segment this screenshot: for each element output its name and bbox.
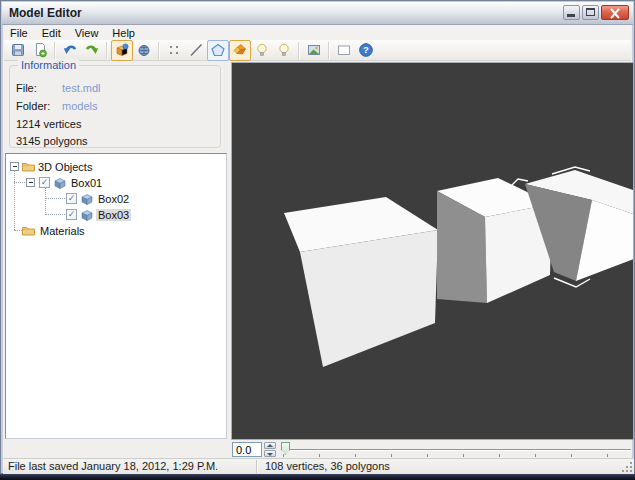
app-window: Model Editor File Edit View Help (0, 0, 635, 474)
new-document-icon (32, 42, 48, 58)
collapse-icon[interactable] (26, 178, 35, 187)
add-box-icon (114, 42, 130, 58)
value-spinner-input[interactable] (232, 442, 262, 457)
tree-row-box03[interactable]: ✓ Box03 (6, 207, 226, 222)
titlebar-buttons (563, 5, 629, 20)
file-label: File: (16, 82, 37, 94)
screen: Model Editor File Edit View Help (0, 0, 635, 480)
window-title: Model Editor (9, 6, 82, 20)
status-mesh-stats: 108 vertices, 36 polygons (265, 460, 390, 472)
flashlight-button[interactable] (229, 40, 251, 61)
maximize-button[interactable] (582, 5, 599, 20)
polygon-tool-button[interactable] (207, 40, 229, 61)
toolbar-separator (298, 42, 300, 59)
viewport-controls (231, 440, 634, 458)
viewport-3d[interactable] (231, 62, 634, 440)
render-image-icon (306, 42, 322, 58)
blank-material-button[interactable] (333, 40, 355, 61)
menu-view[interactable]: View (69, 26, 107, 40)
vertex-grid-icon (166, 42, 182, 58)
status-pane-divider (256, 460, 257, 473)
menu-help[interactable]: Help (106, 26, 143, 40)
tree-label-selected[interactable]: Box03 (96, 209, 131, 221)
close-icon (602, 7, 628, 20)
tree-row-box01[interactable]: ✓ Box01 (6, 175, 226, 190)
taskbar-edge (0, 474, 635, 480)
menubar: File Edit View Help (4, 25, 631, 40)
minimize-button[interactable] (563, 5, 580, 20)
slider-track (281, 449, 631, 450)
redo-icon (84, 42, 100, 58)
polygons-count: 3145 polygons (16, 135, 88, 147)
undo-icon (62, 42, 78, 58)
mesh-object-button[interactable] (133, 40, 155, 61)
maximize-icon (586, 8, 595, 16)
blank-material-icon (336, 42, 352, 58)
tree-label[interactable]: Box01 (69, 177, 104, 189)
undo-button[interactable] (59, 40, 81, 61)
statusbar: File last saved January 18, 2012, 1:29 P… (3, 458, 634, 474)
viewport-canvas (232, 63, 633, 439)
value-slider[interactable] (279, 440, 632, 458)
information-groupbox: Information File: test.mdl Folder: model… (9, 65, 221, 148)
cube-icon (54, 177, 66, 189)
tree-row-materials[interactable]: Materials (6, 223, 226, 238)
vertex-grid-button[interactable] (163, 40, 185, 61)
spin-up-button[interactable] (264, 442, 276, 449)
checkbox-box03[interactable]: ✓ (66, 209, 77, 220)
menu-edit[interactable]: Edit (36, 26, 69, 40)
titlebar: Model Editor (2, 2, 633, 25)
mesh-object-icon (136, 42, 152, 58)
add-box-button[interactable] (111, 40, 133, 61)
tree-row-3d-objects[interactable]: 3D Objects (6, 159, 226, 174)
save-icon (10, 42, 26, 58)
file-value-link[interactable]: test.mdl (62, 82, 101, 94)
spin-down-button[interactable] (264, 450, 276, 457)
light-bulb-icon (276, 42, 292, 58)
minimize-icon (567, 14, 575, 17)
help-button[interactable]: ? (355, 40, 377, 61)
resize-grip[interactable] (621, 461, 633, 473)
line-tool-button[interactable] (185, 40, 207, 61)
light-1-button[interactable] (251, 40, 273, 61)
toolbar-separator (54, 42, 56, 59)
toolbar-separator (328, 42, 330, 59)
tree-row-box02[interactable]: ✓ Box02 (6, 191, 226, 206)
save-button[interactable] (7, 40, 29, 61)
tree-label[interactable]: Materials (38, 225, 87, 237)
tree-label[interactable]: 3D Objects (36, 161, 94, 173)
folder-value-link[interactable]: models (62, 100, 97, 112)
toolbar-separator (106, 42, 108, 59)
checkbox-box02[interactable]: ✓ (66, 193, 77, 204)
svg-text:?: ? (363, 44, 369, 55)
flashlight-icon (232, 42, 248, 58)
cube-icon (81, 193, 93, 205)
tree-label[interactable]: Box02 (96, 193, 131, 205)
light-bulb-icon (254, 42, 270, 58)
slider-ticks (283, 454, 630, 457)
folder-label: Folder: (16, 100, 50, 112)
arrow-down-icon (267, 453, 273, 456)
vertices-count: 1214 vertices (16, 118, 81, 130)
redo-button[interactable] (81, 40, 103, 61)
cube-icon (81, 209, 93, 221)
spinner-buttons (264, 442, 276, 457)
toolbar-separator (158, 42, 160, 59)
render-image-button[interactable] (303, 40, 325, 61)
new-document-button[interactable] (29, 40, 51, 61)
polygon-tool-icon (210, 42, 226, 58)
close-button[interactable] (601, 5, 629, 20)
checkbox-box01[interactable]: ✓ (39, 177, 50, 188)
status-last-saved: File last saved January 18, 2012, 1:29 P… (8, 460, 218, 472)
menu-file[interactable]: File (4, 26, 36, 40)
toolbar: ? (4, 40, 631, 61)
collapse-icon[interactable] (10, 162, 19, 171)
object-tree: 3D Objects ✓ Box01 ✓ Box02 ✓ Box03 Mate (5, 153, 227, 439)
folder-icon (22, 161, 35, 172)
line-tool-icon (188, 42, 204, 58)
arrow-up-icon (267, 444, 273, 447)
help-icon: ? (358, 42, 374, 58)
groupbox-title: Information (18, 59, 79, 71)
folder-icon (22, 225, 35, 236)
light-2-button[interactable] (273, 40, 295, 61)
